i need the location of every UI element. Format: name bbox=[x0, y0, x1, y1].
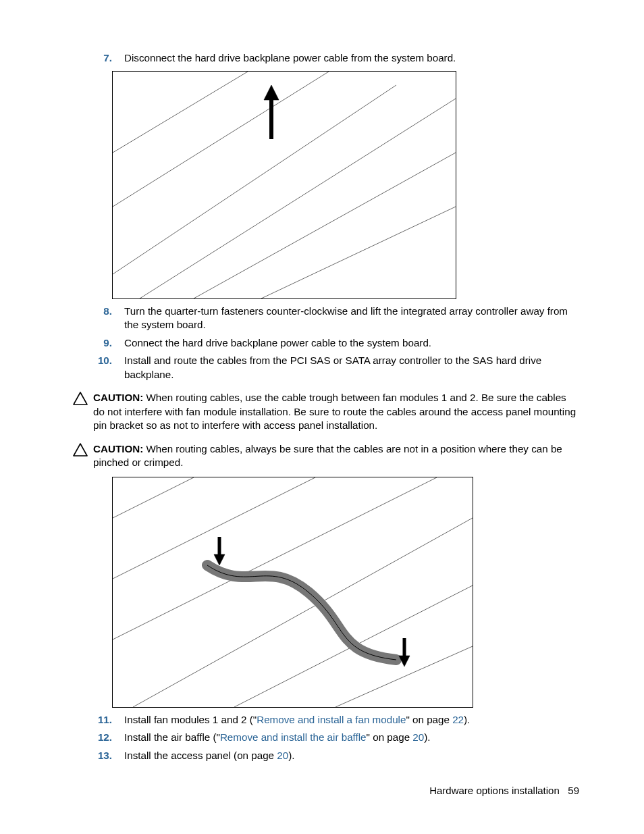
svg-marker-17 bbox=[214, 554, 225, 565]
step-text-pre: Install the access panel (on page bbox=[124, 750, 277, 761]
step-text: Connect the hard drive backplane power c… bbox=[124, 336, 579, 350]
step-11: 11. Install fan modules 1 and 2 ("Remove… bbox=[73, 713, 579, 727]
caution-label: CAUTION: bbox=[93, 443, 143, 454]
caution-pinch: CAUTION: When routing cables, always be … bbox=[73, 442, 579, 470]
svg-line-13 bbox=[133, 518, 473, 707]
step-8: 8. Turn the quarter-turn fasteners count… bbox=[73, 305, 579, 332]
svg-line-4 bbox=[113, 72, 248, 153]
caution-icon bbox=[73, 442, 93, 457]
step-number: 13. bbox=[73, 749, 124, 763]
caution-cable-trough: CAUTION: When routing cables, use the ca… bbox=[73, 391, 579, 433]
caution-icon bbox=[73, 391, 93, 405]
page-footer: Hardware options installation 59 bbox=[429, 784, 579, 798]
document-page: 7. Disconnect the hard drive backplane p… bbox=[0, 0, 644, 834]
step-7: 7. Disconnect the hard drive backplane p… bbox=[73, 51, 579, 66]
step-text-post: ). bbox=[424, 731, 430, 743]
svg-line-2 bbox=[113, 72, 329, 207]
figure-cable-routing bbox=[112, 477, 473, 708]
step-9: 9. Connect the hard drive backplane powe… bbox=[73, 336, 579, 350]
caution-body: When routing cables, use the cable troug… bbox=[93, 392, 576, 431]
link-page-20[interactable]: 20 bbox=[412, 731, 424, 743]
step-text-post: ). bbox=[288, 750, 294, 761]
step-text-pre: Install fan modules 1 and 2 (" bbox=[124, 714, 257, 725]
svg-marker-8 bbox=[74, 392, 87, 405]
link-air-baffle[interactable]: Remove and install the air baffle bbox=[220, 731, 367, 743]
footer-section: Hardware options installation bbox=[429, 785, 560, 796]
svg-marker-9 bbox=[74, 444, 87, 456]
svg-line-12 bbox=[113, 477, 437, 640]
step-10: 10. Install and route the cables from th… bbox=[73, 354, 579, 382]
step-text: Install and route the cables from the PC… bbox=[124, 354, 579, 382]
step-text: Turn the quarter-turn fasteners counter-… bbox=[124, 305, 579, 332]
step-text-mid: " on page bbox=[367, 731, 413, 743]
link-page-22[interactable]: 22 bbox=[452, 714, 464, 725]
step-number: 12. bbox=[73, 731, 124, 745]
step-number: 10. bbox=[73, 354, 124, 368]
svg-marker-7 bbox=[264, 85, 279, 100]
step-text: Install fan modules 1 and 2 ("Remove and… bbox=[124, 713, 579, 727]
footer-page-number: 59 bbox=[568, 785, 579, 796]
step-13: 13. Install the access panel (on page 20… bbox=[73, 749, 579, 763]
figure-backplane-cable bbox=[112, 71, 456, 299]
step-text-mid: " on page bbox=[406, 714, 452, 725]
step-text-post: ). bbox=[464, 714, 470, 725]
step-number: 9. bbox=[73, 336, 124, 350]
link-fan-module[interactable]: Remove and install a fan module bbox=[257, 714, 406, 725]
caution-body: When routing cables, always be sure that… bbox=[93, 443, 562, 469]
step-text-pre: Install the air baffle (" bbox=[124, 731, 220, 743]
step-12: 12. Install the air baffle ("Remove and … bbox=[73, 731, 579, 745]
step-text: Install the access panel (on page 20). bbox=[124, 749, 579, 763]
svg-line-0 bbox=[113, 85, 396, 274]
svg-line-10 bbox=[113, 477, 194, 518]
svg-line-3 bbox=[194, 153, 456, 298]
svg-line-1 bbox=[140, 99, 456, 298]
caution-label: CAUTION: bbox=[93, 392, 143, 403]
svg-line-5 bbox=[261, 207, 456, 298]
caution-text: CAUTION: When routing cables, always be … bbox=[93, 442, 579, 470]
step-number: 11. bbox=[73, 713, 124, 727]
step-number: 7. bbox=[73, 51, 124, 66]
caution-text: CAUTION: When routing cables, use the ca… bbox=[93, 391, 579, 433]
step-text: Install the air baffle ("Remove and inst… bbox=[124, 731, 579, 745]
step-number: 8. bbox=[73, 305, 124, 319]
link-page-20b[interactable]: 20 bbox=[277, 750, 288, 761]
step-text: Disconnect the hard drive backplane powe… bbox=[124, 51, 579, 66]
